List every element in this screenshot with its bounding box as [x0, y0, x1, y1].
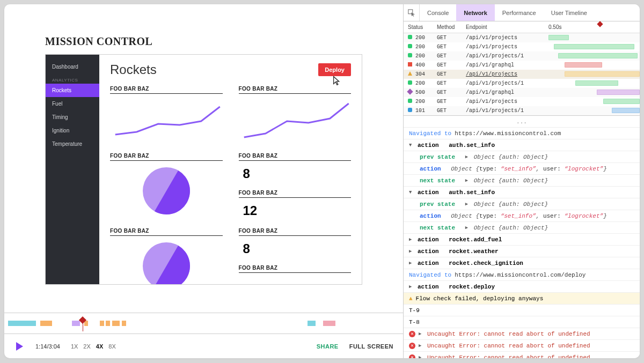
log-warning: ▲Flow check failed, deploying anyways	[404, 293, 640, 305]
chart-card: FOO BAR BAZ	[110, 153, 223, 223]
share-button[interactable]: SHARE	[317, 343, 339, 350]
time-marker-icon	[597, 21, 603, 27]
waterfall-bar	[565, 71, 640, 77]
log-action-collapsed[interactable]: ▶action rocket.deploy	[404, 281, 640, 293]
timeline-segment[interactable]	[308, 321, 316, 326]
page-heading: Rockets	[110, 62, 157, 77]
stat-stack: FOO BAR BAZ 8 FOO BAR BAZ	[239, 228, 352, 284]
pie-chart	[140, 164, 193, 218]
network-row[interactable]: 200GET/api/v1/projects	[404, 33, 640, 42]
network-row[interactable]: 200GET/api/v1/projects/1	[404, 79, 640, 88]
speed-1x[interactable]: 1X	[71, 343, 78, 350]
status-icon	[408, 62, 412, 66]
console-log[interactable]: ... Navigated to https://www.missioncont…	[404, 115, 640, 358]
chart-card: FOO BAR BAZ	[110, 228, 223, 284]
status-icon	[408, 35, 412, 39]
log-error[interactable]: ✕▶Uncaught Error: cannot read abort of u…	[404, 340, 640, 352]
network-row[interactable]: 200GET/api/v1/projects/1	[404, 51, 640, 61]
timeline-segment[interactable]	[72, 321, 80, 326]
col-method: Method	[437, 24, 466, 30]
status-icon	[408, 99, 412, 103]
pie-chart	[140, 239, 193, 284]
timeline-segment[interactable]	[100, 321, 104, 326]
log-error[interactable]: ✕▶Uncaught Error: cannot read abort of u…	[404, 352, 640, 358]
card-title: FOO BAR BAZ	[239, 190, 352, 198]
error-icon: ✕	[409, 331, 415, 337]
waterfall-bar	[603, 99, 640, 104]
timeline-segment[interactable]	[122, 321, 126, 326]
fullscreen-button[interactable]: FULL SCREEN	[349, 343, 393, 350]
log-action-collapsed[interactable]: ▶action rocket.add_fuel	[404, 234, 640, 246]
warning-icon: ▲	[409, 295, 413, 302]
deploy-button[interactable]: Deploy	[318, 63, 351, 76]
tab-network[interactable]: Network	[456, 4, 494, 21]
devtools-tabs: Console Network Performance User Timelin…	[404, 4, 640, 21]
network-rows: 200GET/api/v1/projects200GET/api/v1/proj…	[404, 33, 640, 115]
playback-bar: 1:14/3:04 1X 2X 4X 8X SHARE FULL SCREEN	[4, 334, 403, 358]
app-title: MISSION CONTROL	[45, 35, 362, 48]
playback-time: 1:14/3:04	[35, 343, 60, 350]
play-button[interactable]	[14, 341, 25, 352]
waterfall-bar	[558, 53, 638, 58]
network-row[interactable]: 304GET/api/v1/projects	[404, 70, 640, 79]
chart-card: FOO BAR BAZ	[110, 86, 223, 147]
speed-8x[interactable]: 8X	[108, 343, 115, 350]
sidebar-item-temperature[interactable]: Temperature	[46, 137, 99, 151]
sidebar-item-rockets[interactable]: Rockets	[46, 84, 99, 97]
tab-performance[interactable]: Performance	[495, 4, 544, 21]
card-title: FOO BAR BAZ	[110, 228, 223, 236]
timeline-segment[interactable]	[323, 321, 335, 326]
col-time: 0.50s	[548, 24, 640, 30]
log-action[interactable]: ▼action auth.set_info	[404, 187, 640, 198]
network-header: Status Method Endpoint 0.50s	[404, 21, 640, 33]
waterfall-bar	[597, 90, 640, 95]
session-viewport: MISSION CONTROL Dashboard ANALYTICS Rock…	[4, 4, 403, 313]
tab-console[interactable]: Console	[420, 4, 456, 21]
main-content: Rockets Deploy FOO BAR	[99, 55, 362, 284]
inspect-icon[interactable]	[404, 4, 420, 21]
sidebar-item-timing[interactable]: Timing	[46, 110, 99, 124]
cursor-icon	[330, 75, 342, 89]
timeline-segment[interactable]	[112, 321, 120, 326]
waterfall-bar	[548, 35, 569, 40]
log-action-collapsed[interactable]: ▶action rocket.check_ignition	[404, 257, 640, 269]
log-next-state: next state ▶Object {auth: Object}	[404, 222, 640, 234]
network-row[interactable]: 500GET/api/v1/graphql	[404, 88, 640, 97]
stat-value: 8	[239, 164, 352, 186]
timeline-segment[interactable]	[8, 321, 36, 326]
error-icon: ✕	[409, 343, 415, 349]
tab-user-timeline[interactable]: User Timeline	[544, 4, 595, 21]
timeline[interactable]	[4, 313, 403, 334]
line-chart	[110, 97, 223, 145]
speed-controls: 1X 2X 4X 8X	[71, 343, 116, 350]
log-action-collapsed[interactable]: ▶action rocket.weather	[404, 246, 640, 257]
waterfall-bar	[554, 44, 634, 49]
status-icon	[408, 108, 412, 112]
timeline-segment[interactable]	[106, 321, 109, 326]
sidebar-section-label: ANALYTICS	[46, 73, 99, 84]
col-endpoint: Endpoint	[466, 24, 548, 30]
card-title: FOO BAR BAZ	[110, 86, 223, 94]
stat-value: 8	[239, 239, 352, 261]
log-error[interactable]: ✕▶Uncaught Error: cannot read abort of u…	[404, 328, 640, 340]
network-row[interactable]: 400GET/api/v1/graphql	[404, 61, 640, 70]
sidebar-item-dashboard[interactable]: Dashboard	[46, 60, 99, 73]
time-label: 0.50s	[548, 24, 561, 30]
speed-4x[interactable]: 4X	[96, 343, 103, 350]
sidebar-item-fuel[interactable]: Fuel	[46, 97, 99, 110]
network-row[interactable]: 101GET/api/v1/projects/1	[404, 106, 640, 115]
network-row[interactable]: 200GET/api/v1/projects	[404, 97, 640, 106]
network-row[interactable]: 200GET/api/v1/projects	[404, 42, 640, 51]
log-action-payload: action Object {type: “set_info”, user: “…	[404, 210, 640, 222]
chart-card: FOO BAR BAZ	[239, 86, 352, 147]
error-icon: ✕	[409, 354, 415, 359]
col-status: Status	[408, 24, 437, 30]
log-action[interactable]: ▼action auth.set_info	[404, 139, 640, 151]
timeline-segment[interactable]	[40, 321, 52, 326]
log-navigation: Navigated to https://www.missioncontrol.…	[404, 269, 640, 281]
waterfall-bar	[565, 62, 602, 68]
sidebar-item-ignition[interactable]: Ignition	[46, 124, 99, 137]
app-frame: MISSION CONTROL Dashboard ANALYTICS Rock…	[4, 4, 640, 358]
speed-2x[interactable]: 2X	[83, 343, 90, 350]
line-chart	[239, 97, 352, 145]
